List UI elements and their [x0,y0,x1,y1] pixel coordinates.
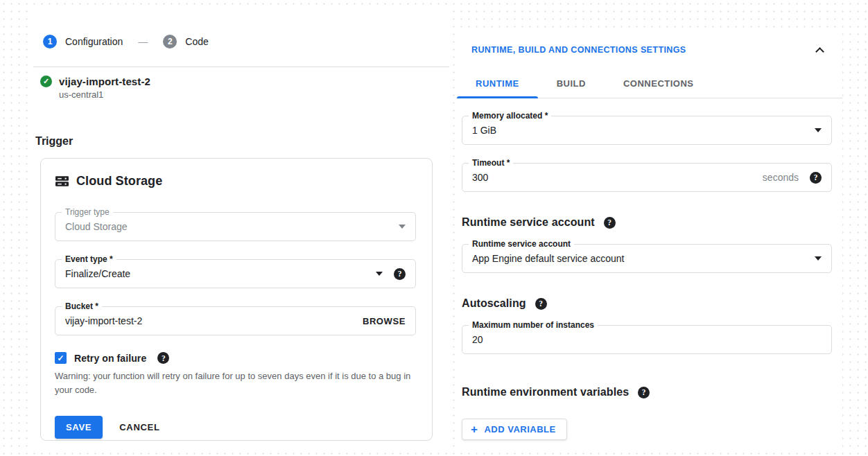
runtime-service-account-value: App Engine default service account [472,253,806,264]
runtime-service-account-heading-text: Runtime service account [462,216,595,229]
event-type-label: Event type * [62,254,116,264]
dropdown-arrow-icon [399,225,406,229]
save-button[interactable]: SAVE [55,416,103,439]
timeout-field[interactable]: Timeout * seconds ? [462,163,832,192]
bucket-field[interactable]: Bucket * BROWSE [55,306,416,335]
cancel-button[interactable]: CANCEL [119,422,159,432]
dropdown-arrow-icon[interactable] [815,128,822,132]
cloud-storage-icon [55,174,69,188]
runtime-settings-panel: RUNTIME, BUILD AND CONNECTIONS SETTINGS … [456,33,842,449]
memory-allocated-value: 1 GiB [472,125,806,136]
trigger-type-select: Trigger type Cloud Storage [55,212,416,241]
stepper: 1 Configuration — 2 Code [43,35,449,49]
retry-label: Retry on failure [74,353,146,364]
step-1-indicator[interactable]: 1 [43,35,57,49]
tab-build[interactable]: BUILD [538,71,605,98]
memory-allocated-select[interactable]: Memory allocated * 1 GiB [462,116,832,145]
trigger-card-title: Cloud Storage [76,174,162,188]
dropdown-arrow-icon[interactable] [376,272,383,276]
env-variables-heading: Runtime environment variables ? [462,386,842,398]
stepper-divider [33,67,449,67]
success-check-icon: ✓ [40,76,52,87]
autoscaling-heading: Autoscaling ? [462,297,842,310]
timeout-unit: seconds [763,172,799,183]
settings-tabs: RUNTIME BUILD CONNECTIONS [456,71,842,98]
retry-checkbox[interactable]: ✓ [55,352,67,364]
autoscaling-help-icon[interactable]: ? [535,298,547,310]
trigger-type-label: Trigger type [62,207,113,217]
bucket-label: Bucket * [62,301,102,311]
autoscaling-heading-text: Autoscaling [462,297,526,310]
max-instances-label: Maximum number of instances [469,320,598,330]
retry-on-failure-row: ✓ Retry on failure ? [55,352,416,364]
trigger-card-actions: SAVE CANCEL [55,416,416,439]
plus-icon: + [471,425,478,434]
browse-button[interactable]: BROWSE [363,316,406,326]
trigger-type-value: Cloud Storage [65,221,390,232]
step-2-indicator[interactable]: 2 [163,35,177,49]
trigger-section-heading: Trigger [35,135,449,148]
step-separator: — [138,36,148,47]
function-title-row: ✓ vijay-import-test-2 [40,76,449,87]
trigger-card-header: Cloud Storage [55,174,416,188]
runtime-service-account-select[interactable]: Runtime service account App Engine defau… [462,244,832,273]
settings-header-row: RUNTIME, BUILD AND CONNECTIONS SETTINGS [456,33,842,55]
step-2-label[interactable]: Code [185,36,208,47]
function-config-panel: 1 Configuration — 2 Code ✓ vijay-import-… [33,7,449,451]
runtime-service-account-heading: Runtime service account ? [462,216,842,229]
memory-allocated-label: Memory allocated * [469,111,551,121]
bucket-input[interactable] [65,315,354,326]
env-variables-help-icon[interactable]: ? [638,387,650,398]
retry-help-icon[interactable]: ? [157,352,169,364]
timeout-input[interactable] [472,172,754,183]
tab-connections[interactable]: CONNECTIONS [605,71,713,98]
max-instances-field[interactable]: Maximum number of instances [462,325,832,354]
trigger-card: Cloud Storage Trigger type Cloud Storage… [40,158,433,441]
event-type-select[interactable]: Event type * Finalize/Create ? [55,259,416,288]
runtime-service-account-label: Runtime service account [469,239,574,249]
retry-warning-text: Warning: your function will retry on fai… [55,369,416,397]
env-variables-heading-text: Runtime environment variables [462,386,629,398]
event-type-value: Finalize/Create [65,268,367,279]
timeout-help-icon[interactable]: ? [810,172,822,184]
tab-runtime[interactable]: RUNTIME [457,71,538,98]
max-instances-input[interactable] [472,334,822,345]
function-region: us-central1 [59,89,449,100]
event-type-help-icon[interactable]: ? [394,268,406,280]
settings-section-toggle[interactable]: RUNTIME, BUILD AND CONNECTIONS SETTINGS [471,45,686,55]
timeout-label: Timeout * [469,158,513,168]
service-account-help-icon[interactable]: ? [604,217,616,229]
step-1-label[interactable]: Configuration [65,36,123,47]
add-variable-label: ADD VARIABLE [484,424,555,435]
add-variable-button[interactable]: + ADD VARIABLE [462,419,567,440]
collapse-chevron-up-icon[interactable] [815,47,824,56]
dropdown-arrow-icon[interactable] [815,256,822,261]
function-name: vijay-import-test-2 [59,76,150,87]
